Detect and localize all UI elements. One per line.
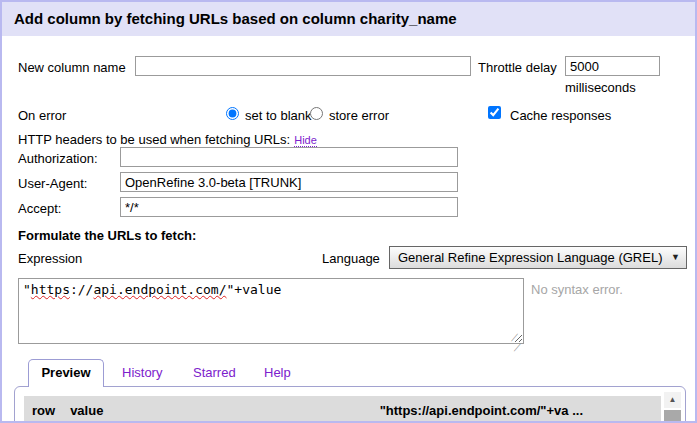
authorization-header-input[interactable] xyxy=(120,147,458,167)
tab-preview[interactable]: Preview xyxy=(28,359,104,387)
new-column-name-label: New column name xyxy=(18,60,126,76)
formulate-urls-label: Formulate the URLs to fetch: xyxy=(18,228,196,244)
user-agent-header-label: User-Agent: xyxy=(18,176,87,192)
http-headers-label: HTTP headers to be used when fetching UR… xyxy=(18,132,317,148)
tab-history[interactable]: History xyxy=(122,365,162,381)
user-agent-header-input[interactable] xyxy=(120,172,458,192)
column-header-row: row xyxy=(32,403,55,418)
language-select-value: General Refine Expression Language (GREL… xyxy=(398,247,662,268)
expression-textarea[interactable]: "https://api.endpoint.com/"+value xyxy=(18,278,524,344)
dialog-title: Add column by fetching URLs based on col… xyxy=(2,2,695,36)
column-header-expression: "https://api.endpoint.com/"+va ... xyxy=(380,403,583,418)
preview-table-header-row: row value "https://api.endpoint.com/"+va… xyxy=(24,396,661,423)
throttle-delay-label: Throttle delay xyxy=(478,60,557,76)
preview-panel: row value "https://api.endpoint.com/"+va… xyxy=(14,386,686,423)
set-to-blank-label[interactable]: set to blank xyxy=(245,108,312,124)
scrollbar-up-arrow-icon[interactable]: ▲ xyxy=(664,392,681,408)
cache-responses-checkbox[interactable] xyxy=(488,106,501,119)
tab-help[interactable]: Help xyxy=(264,365,291,381)
on-error-set-to-blank-radio[interactable] xyxy=(226,107,239,120)
add-column-by-fetching-urls-dialog: Add column by fetching URLs based on col… xyxy=(0,0,697,423)
expression-label: Expression xyxy=(18,251,82,267)
language-label: Language xyxy=(322,251,380,267)
cache-responses-label[interactable]: Cache responses xyxy=(510,108,611,124)
accept-header-input[interactable] xyxy=(120,197,458,217)
preview-scrollbar[interactable]: ▲ xyxy=(664,392,681,423)
column-header-value: value xyxy=(70,403,103,418)
hide-headers-link[interactable]: Hide xyxy=(294,134,317,147)
scrollbar-thumb[interactable] xyxy=(664,410,681,423)
syntax-status-text: No syntax error. xyxy=(531,282,623,298)
tab-starred[interactable]: Starred xyxy=(193,365,236,381)
authorization-header-label: Authorization: xyxy=(18,151,98,167)
new-column-name-input[interactable] xyxy=(135,56,471,76)
store-error-label[interactable]: store error xyxy=(329,108,389,124)
select-dropdown-arrow-icon: ▼ xyxy=(671,247,680,268)
on-error-store-error-radio[interactable] xyxy=(310,107,323,120)
throttle-delay-input[interactable] xyxy=(565,56,660,76)
on-error-label: On error xyxy=(18,108,66,124)
accept-header-label: Accept: xyxy=(18,201,61,217)
throttle-unit-label: milliseconds xyxy=(565,80,636,96)
language-select[interactable]: General Refine Expression Language (GREL… xyxy=(389,246,687,269)
